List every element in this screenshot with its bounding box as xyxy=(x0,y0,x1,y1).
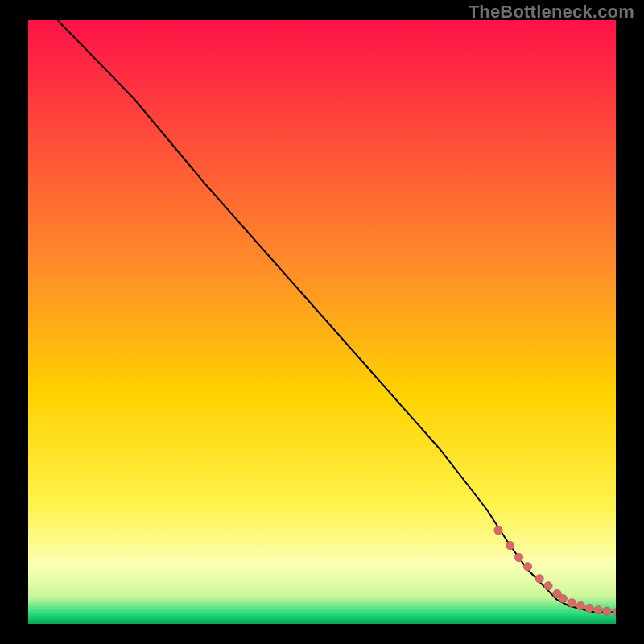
data-marker xyxy=(603,607,611,615)
plot-area xyxy=(28,20,616,624)
data-marker xyxy=(506,541,514,549)
data-marker xyxy=(585,604,593,612)
chart-frame: TheBottleneck.com xyxy=(0,0,644,644)
watermark-label: TheBottleneck.com xyxy=(469,2,634,23)
data-marker xyxy=(559,594,567,602)
data-marker xyxy=(576,601,584,609)
data-marker xyxy=(494,526,502,535)
bottleneck-chart xyxy=(28,20,616,624)
data-marker xyxy=(594,606,602,614)
data-marker xyxy=(523,563,531,571)
data-marker xyxy=(514,553,522,561)
data-marker xyxy=(568,599,576,607)
data-marker xyxy=(535,575,543,583)
heat-gradient-bg xyxy=(28,20,616,624)
data-marker xyxy=(544,582,552,590)
